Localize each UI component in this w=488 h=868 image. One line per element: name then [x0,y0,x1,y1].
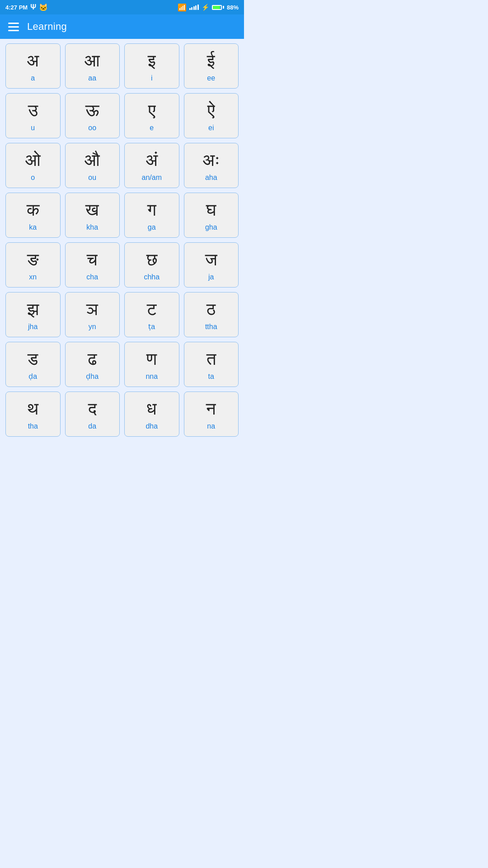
letter-devanagari: इ [148,52,156,71]
letter-roman: nna [145,373,158,381]
letter-devanagari: अ [27,52,39,71]
letter-devanagari: आ [84,52,100,71]
letter-roman: o [31,174,35,182]
wifi-icon: 📶 [178,3,187,12]
letter-card[interactable]: ठttha [184,292,239,337]
letter-roman: gha [205,223,217,231]
letter-card[interactable]: ऊoo [65,93,120,138]
letter-roman: aha [205,174,217,182]
letter-roman: ou [88,174,96,182]
letter-roman: kha [86,223,98,231]
letter-devanagari: च [87,250,98,269]
letter-roman: ja [208,273,214,281]
letter-card[interactable]: छchha [124,242,179,288]
status-right: 📶 ⚡ 88% [178,3,239,12]
letter-devanagari: अः [202,151,220,170]
letter-devanagari: ऐ [207,101,215,120]
letter-roman: an/am [142,174,162,182]
cat-icon: 🐱 [39,3,48,12]
letter-grid: अaआaaइiईeeउuऊooएeऐeiओoऔouअंan/amअःahaकka… [0,39,244,441]
letter-roman: chha [144,273,160,281]
letter-devanagari: ट [147,300,157,319]
status-left: 4:27 PM Ψ 🐱 [5,3,48,12]
letter-devanagari: ओ [25,151,41,170]
letter-roman: aa [88,74,96,82]
letter-card[interactable]: डḍa [5,342,61,387]
letter-roman: da [88,422,96,430]
letter-roman: u [31,124,35,132]
letter-card[interactable]: ईee [184,43,239,89]
letter-card[interactable]: अंan/am [124,143,179,188]
battery-icon [212,5,224,10]
letter-devanagari: ड [28,350,38,369]
toolbar-title: Learning [27,21,67,33]
letter-card[interactable]: एe [124,93,179,138]
letter-card[interactable]: आaa [65,43,120,89]
letter-card[interactable]: इi [124,43,179,89]
letter-card[interactable]: नna [184,392,239,437]
letter-roman: e [150,124,154,132]
letter-devanagari: ख [85,201,99,220]
letter-devanagari: झ [27,300,39,319]
letter-devanagari: ऊ [85,101,99,120]
letter-roman: cha [86,273,98,281]
letter-devanagari: ग [147,201,156,220]
letter-devanagari: ङ [27,250,39,269]
letter-card[interactable]: ओo [5,143,61,188]
letter-devanagari: द [88,400,97,419]
letter-devanagari: ढ [88,350,97,369]
letter-roman: i [151,74,153,82]
letter-card[interactable]: ञyn [65,292,120,337]
letter-card[interactable]: झjha [5,292,61,337]
psi-icon: Ψ [30,3,36,11]
time-display: 4:27 PM [5,4,28,11]
hamburger-menu[interactable] [8,23,19,31]
letter-card[interactable]: ढḍha [65,342,120,387]
letter-roman: a [31,74,35,82]
battery-percent: 88% [227,4,239,11]
letter-card[interactable]: थtha [5,392,61,437]
letter-card[interactable]: णnna [124,342,179,387]
letter-devanagari: थ [27,400,38,419]
letter-devanagari: ज [205,250,217,269]
letter-devanagari: ए [148,101,155,120]
letter-roman: ka [29,223,37,231]
letter-card[interactable]: उu [5,93,61,138]
letter-devanagari: छ [146,250,157,269]
letter-devanagari: अं [145,151,158,170]
letter-roman: jha [28,323,38,331]
letter-card[interactable]: कka [5,193,61,238]
letter-devanagari: उ [28,101,38,120]
letter-card[interactable]: धdha [124,392,179,437]
letter-card[interactable]: अa [5,43,61,89]
letter-card[interactable]: तta [184,342,239,387]
letter-devanagari: घ [206,201,216,220]
letter-roman: xn [29,273,37,281]
letter-card[interactable]: अःaha [184,143,239,188]
status-bar: 4:27 PM Ψ 🐱 📶 ⚡ 88% [0,0,244,14]
letter-card[interactable]: गga [124,193,179,238]
letter-roman: ee [207,74,215,82]
toolbar: Learning [0,14,244,39]
letter-card[interactable]: जja [184,242,239,288]
signal-bars [189,5,199,10]
letter-card[interactable]: औou [65,143,120,188]
letter-roman: ttha [205,323,217,331]
letter-card[interactable]: ङxn [5,242,61,288]
letter-card[interactable]: चcha [65,242,120,288]
letter-roman: ṭa [148,322,155,331]
letter-devanagari: त [206,350,216,369]
letter-roman: na [207,422,215,430]
letter-devanagari: क [27,201,39,220]
letter-devanagari: औ [84,151,100,170]
letter-card[interactable]: घgha [184,193,239,238]
letter-card[interactable]: ऐei [184,93,239,138]
letter-roman: dha [145,422,158,430]
letter-roman: ta [208,373,214,381]
letter-card[interactable]: दda [65,392,120,437]
letter-card[interactable]: खkha [65,193,120,238]
letter-roman: ga [148,223,156,231]
letter-roman: ei [208,124,214,132]
letter-roman: ḍa [28,372,37,381]
letter-card[interactable]: टṭa [124,292,179,337]
